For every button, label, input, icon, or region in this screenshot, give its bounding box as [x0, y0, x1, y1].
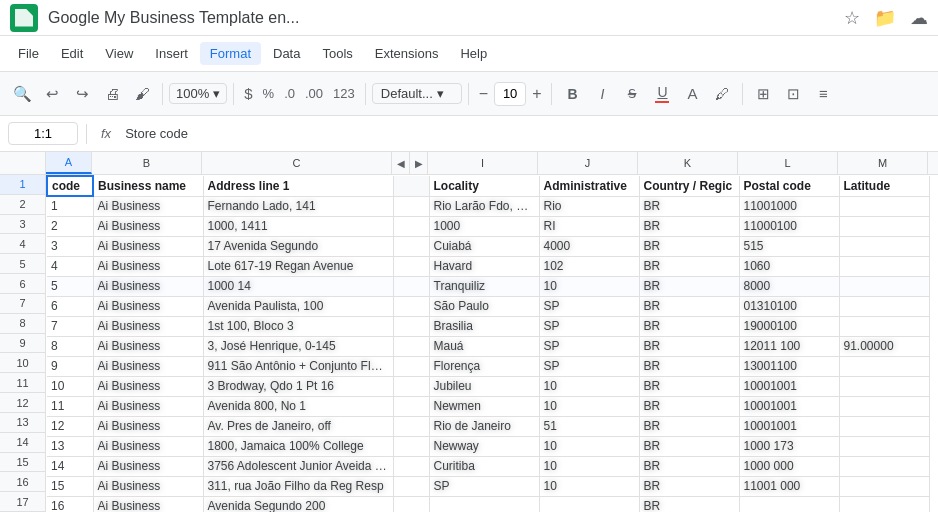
- row-header-11[interactable]: 11: [0, 373, 46, 393]
- menu-view[interactable]: View: [95, 42, 143, 65]
- col-header-i[interactable]: I: [428, 152, 538, 174]
- cell-i1[interactable]: Locality: [429, 176, 539, 196]
- cell-m5[interactable]: [839, 256, 929, 276]
- cell-l13[interactable]: 10001001: [739, 416, 839, 436]
- row-header-3[interactable]: 3: [0, 215, 46, 235]
- cell-b3[interactable]: Ai Business: [93, 216, 203, 236]
- cell-b7[interactable]: Ai Business: [93, 296, 203, 316]
- cell-l2[interactable]: 11001000: [739, 196, 839, 216]
- cell-k6[interactable]: BR: [639, 276, 739, 296]
- cell-k3[interactable]: BR: [639, 216, 739, 236]
- row-header-9[interactable]: 9: [0, 334, 46, 354]
- cell-c2[interactable]: Fernando Lado, 141: [203, 196, 393, 216]
- cell-k16[interactable]: BR: [639, 476, 739, 496]
- font-family-selector[interactable]: Default... ▾: [372, 83, 462, 104]
- cell-c13[interactable]: Av. Pres de Janeiro, off: [203, 416, 393, 436]
- cell-k7[interactable]: BR: [639, 296, 739, 316]
- cell-i6[interactable]: Tranquiliz: [429, 276, 539, 296]
- text-color-button[interactable]: A: [678, 80, 706, 108]
- cell-j8[interactable]: SP: [539, 316, 639, 336]
- menu-file[interactable]: File: [8, 42, 49, 65]
- cell-b5[interactable]: Ai Business: [93, 256, 203, 276]
- currency-button[interactable]: $: [240, 85, 256, 102]
- cell-a17[interactable]: 16: [47, 496, 93, 512]
- cell-j11[interactable]: 10: [539, 376, 639, 396]
- cell-k15[interactable]: BR: [639, 456, 739, 476]
- col-header-c[interactable]: C: [202, 152, 392, 174]
- cell-b8[interactable]: Ai Business: [93, 316, 203, 336]
- merge-button[interactable]: ⊡: [779, 80, 807, 108]
- cell-l1[interactable]: Postal code: [739, 176, 839, 196]
- cell-j12[interactable]: 10: [539, 396, 639, 416]
- bold-button[interactable]: B: [558, 80, 586, 108]
- cell-j6[interactable]: 10: [539, 276, 639, 296]
- col-scroll-right[interactable]: ▶: [410, 152, 428, 174]
- cell-i14[interactable]: Newway: [429, 436, 539, 456]
- cell-c3[interactable]: 1000, 1411: [203, 216, 393, 236]
- cell-a14[interactable]: 13: [47, 436, 93, 456]
- cell-a7[interactable]: 6: [47, 296, 93, 316]
- menu-insert[interactable]: Insert: [145, 42, 198, 65]
- cell-k8[interactable]: BR: [639, 316, 739, 336]
- cell-i10[interactable]: Florença: [429, 356, 539, 376]
- font-size-decrease-button[interactable]: −: [475, 85, 492, 103]
- row-header-12[interactable]: 12: [0, 393, 46, 413]
- cell-a6[interactable]: 5: [47, 276, 93, 296]
- cell-b16[interactable]: Ai Business: [93, 476, 203, 496]
- col-scroll-left[interactable]: ◀: [392, 152, 410, 174]
- highlight-color-button[interactable]: 🖊: [708, 80, 736, 108]
- cell-l10[interactable]: 13001100: [739, 356, 839, 376]
- italic-button[interactable]: I: [588, 80, 616, 108]
- cell-a3[interactable]: 2: [47, 216, 93, 236]
- cell-m8[interactable]: [839, 316, 929, 336]
- cell-a8[interactable]: 7: [47, 316, 93, 336]
- cell-k13[interactable]: BR: [639, 416, 739, 436]
- cell-j7[interactable]: SP: [539, 296, 639, 316]
- cell-reference-input[interactable]: [8, 122, 78, 145]
- cell-a12[interactable]: 11: [47, 396, 93, 416]
- cell-a16[interactable]: 15: [47, 476, 93, 496]
- cell-k11[interactable]: BR: [639, 376, 739, 396]
- row-header-8[interactable]: 8: [0, 314, 46, 334]
- col-header-k[interactable]: K: [638, 152, 738, 174]
- col-header-a[interactable]: A: [46, 152, 92, 174]
- col-header-j[interactable]: J: [538, 152, 638, 174]
- borders-button[interactable]: ⊞: [749, 80, 777, 108]
- search-button[interactable]: 🔍: [8, 80, 36, 108]
- cell-k17[interactable]: BR: [639, 496, 739, 512]
- undo-button[interactable]: ↩: [38, 80, 66, 108]
- cell-c6[interactable]: 1000 14: [203, 276, 393, 296]
- cell-m15[interactable]: [839, 456, 929, 476]
- cell-k5[interactable]: BR: [639, 256, 739, 276]
- cell-c5[interactable]: Lote 617-19 Regan Avenue: [203, 256, 393, 276]
- cell-k9[interactable]: BR: [639, 336, 739, 356]
- cell-m17[interactable]: [839, 496, 929, 512]
- cell-c12[interactable]: Avenida 800, No 1: [203, 396, 393, 416]
- cell-l8[interactable]: 19000100: [739, 316, 839, 336]
- cell-i16[interactable]: SP: [429, 476, 539, 496]
- row-header-7[interactable]: 7: [0, 294, 46, 314]
- print-button[interactable]: 🖨: [98, 80, 126, 108]
- cell-c15[interactable]: 3756 Adolescent Junior Aveida Curitiba: [203, 456, 393, 476]
- menu-data[interactable]: Data: [263, 42, 310, 65]
- menu-tools[interactable]: Tools: [312, 42, 362, 65]
- cell-j10[interactable]: SP: [539, 356, 639, 376]
- cell-i17[interactable]: [429, 496, 539, 512]
- cell-j1[interactable]: Administrative: [539, 176, 639, 196]
- cell-a13[interactable]: 12: [47, 416, 93, 436]
- cell-i12[interactable]: Newmen: [429, 396, 539, 416]
- cell-a1[interactable]: code: [47, 176, 93, 196]
- cell-c11[interactable]: 3 Brodway, Qdo 1 Pt 16: [203, 376, 393, 396]
- cell-l14[interactable]: 1000 173: [739, 436, 839, 456]
- cell-c4[interactable]: 17 Avenida Segundo: [203, 236, 393, 256]
- cell-j16[interactable]: 10: [539, 476, 639, 496]
- cell-m6[interactable]: [839, 276, 929, 296]
- cell-b10[interactable]: Ai Business: [93, 356, 203, 376]
- cell-c17[interactable]: Avenida Segundo 200: [203, 496, 393, 512]
- menu-format[interactable]: Format: [200, 42, 261, 65]
- row-header-1[interactable]: 1: [0, 175, 46, 195]
- cell-b13[interactable]: Ai Business: [93, 416, 203, 436]
- cell-k2[interactable]: BR: [639, 196, 739, 216]
- cell-m1[interactable]: Latitude: [839, 176, 929, 196]
- menu-extensions[interactable]: Extensions: [365, 42, 449, 65]
